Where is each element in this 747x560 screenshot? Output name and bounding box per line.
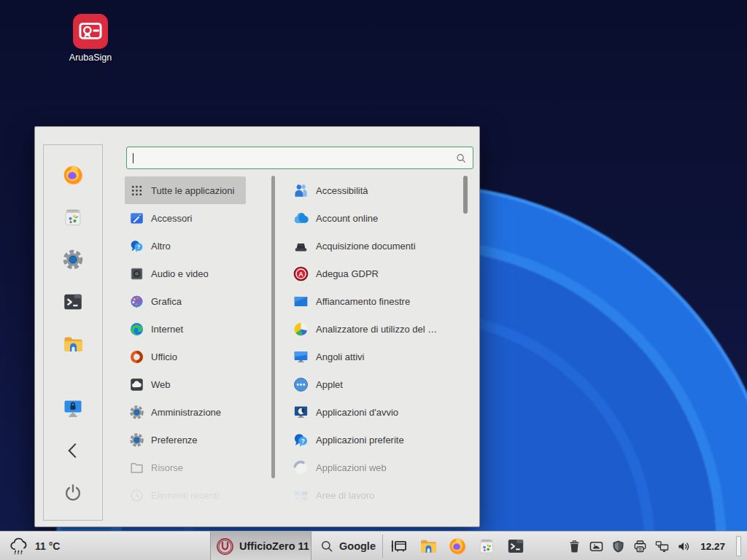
app-adegua-gdpr[interactable]: AAdegua GDPR (290, 260, 459, 287)
ufficiozero-logo-icon (216, 537, 234, 556)
favorite-power[interactable] (62, 482, 84, 504)
app-menu-window: Tutte le applicazioniAccessori?AltroAudi… (34, 126, 480, 527)
app-label: Acquisizione documenti (316, 241, 416, 252)
category-ufficio[interactable]: Ufficio (125, 343, 246, 370)
menu-button-label: UfficioZero 11 (239, 540, 309, 552)
favorite-system-settings[interactable] (62, 249, 84, 271)
app-acquisizione-documenti[interactable]: Acquisizione documenti (290, 232, 459, 260)
favorite-terminal[interactable] (62, 291, 84, 313)
all-apps-grid-icon (129, 183, 144, 198)
desktop-icon-arubasign[interactable]: ArubaSign (62, 13, 119, 63)
app-aree-di-lavoro[interactable]: Aree di lavoro (290, 481, 459, 509)
favorite-collapse-menu[interactable] (62, 440, 84, 462)
app-applet[interactable]: Applet (290, 370, 459, 398)
applet-icon (293, 376, 309, 393)
taskbar-launchers (390, 532, 525, 560)
applications-scrollbar[interactable] (463, 176, 468, 214)
app-accessibilita[interactable]: Accessibilità (290, 176, 459, 204)
search-icon (455, 152, 467, 164)
tray-network-display[interactable] (654, 539, 670, 554)
startup-apps-icon (293, 404, 309, 421)
disk-usage-icon (293, 321, 309, 338)
firefox-icon (62, 164, 84, 186)
category-label: Grafica (151, 296, 182, 307)
category-accessori[interactable]: Accessori (125, 204, 246, 232)
category-label: Web (151, 379, 171, 390)
category-audio-e-video[interactable]: Audio e video (125, 260, 246, 287)
file-manager-icon (62, 333, 84, 355)
svg-text:?: ? (301, 438, 305, 444)
category-internet[interactable]: Internet (125, 315, 246, 343)
web-apps-icon (293, 459, 309, 476)
menu-search-input[interactable] (134, 149, 451, 168)
app-label: Accessibilità (316, 185, 368, 196)
menu-search-box (126, 147, 473, 169)
web-cloud-icon (129, 377, 144, 392)
app-label: Aree di lavoro (316, 490, 374, 501)
category-scrollbar[interactable] (271, 176, 275, 478)
app-label: Applicazioni d'avvio (316, 407, 398, 418)
category-grafica[interactable]: Grafica (125, 287, 246, 315)
category-label: Audio e video (151, 268, 209, 279)
tray-trash[interactable] (567, 539, 582, 554)
weather-applet[interactable]: 11 °C (9, 532, 60, 560)
app-label: Adegua GDPR (316, 268, 379, 279)
settings-gear-icon (129, 432, 144, 448)
accessories-icon (129, 211, 144, 226)
online-accounts-icon (293, 210, 309, 227)
category-web[interactable]: Web (125, 370, 246, 398)
category-tutte-le-applicazioni[interactable]: Tutte le applicazioni (125, 176, 246, 204)
category-label: Risorse (151, 462, 183, 473)
tray-security-shield[interactable] (611, 539, 626, 554)
category-risorse[interactable]: Risorse (125, 454, 246, 481)
category-amministrazione[interactable]: Amministrazione (125, 398, 246, 426)
category-preferenze[interactable]: Preferenze (125, 426, 246, 454)
category-label: Internet (151, 324, 183, 335)
app-label: Affiancamento finestre (316, 296, 410, 307)
category-altro[interactable]: ?Altro (125, 232, 246, 260)
category-elementi-recenti[interactable]: Elementi recenti (125, 481, 246, 509)
lock-screen-icon (62, 397, 84, 419)
app-applicazioni-d-avvio[interactable]: Applicazioni d'avvio (290, 398, 459, 426)
google-search-label: Google (339, 540, 376, 552)
show-desktop-edge-button[interactable] (736, 536, 741, 556)
launcher-terminal[interactable] (506, 537, 525, 556)
category-label: Ufficio (151, 351, 177, 362)
favorite-firefox[interactable] (62, 164, 84, 186)
favorite-lock-screen[interactable] (62, 397, 84, 419)
tray-volume[interactable] (676, 539, 692, 554)
app-angoli-attivi[interactable]: Angoli attivi (290, 343, 459, 370)
menu-button[interactable]: UfficioZero 11 (210, 532, 311, 560)
recent-clock-icon (129, 488, 144, 503)
chevron-left-icon (62, 440, 84, 462)
launcher-file-manager[interactable] (419, 537, 438, 556)
app-label: Applicazioni preferite (316, 435, 404, 446)
launcher-show-desktop[interactable] (390, 537, 409, 556)
hot-corners-icon (293, 349, 309, 365)
app-applicazioni-preferite[interactable]: ?Applicazioni preferite (290, 426, 459, 454)
app-label: Angoli attivi (316, 351, 364, 362)
audio-video-icon (129, 266, 144, 281)
accessibility-icon (293, 182, 309, 199)
settings-gear-icon (62, 249, 84, 271)
app-analizzatore-di-utilizzo-del[interactable]: Analizzatore di utilizzo del … (290, 315, 459, 343)
tray-printer[interactable] (632, 539, 648, 554)
weather-temperature: 11 °C (35, 540, 60, 552)
favorite-file-manager[interactable] (62, 333, 84, 355)
menu-category-list: Tutte le applicazioniAccessori?AltroAudi… (125, 176, 246, 509)
clock[interactable]: 12.27 (700, 541, 725, 552)
window-tiling-icon (293, 293, 309, 310)
app-affiancamento-finestre[interactable]: Affiancamento finestre (290, 287, 459, 315)
app-applicazioni-web[interactable]: Applicazioni web (290, 454, 459, 481)
app-account-online[interactable]: Account online (290, 204, 459, 232)
chat-question-icon: ? (129, 238, 144, 254)
tray-image-viewer[interactable] (589, 539, 604, 554)
workspaces-icon (293, 487, 309, 504)
launcher-software-manager[interactable] (477, 537, 496, 556)
favorite-software-manager[interactable] (62, 206, 84, 228)
text-caret (133, 153, 133, 163)
launcher-firefox[interactable] (448, 537, 467, 556)
system-tray: 12.27 (567, 532, 741, 560)
terminal-icon (62, 291, 84, 313)
google-search-button[interactable]: Google (314, 532, 382, 560)
